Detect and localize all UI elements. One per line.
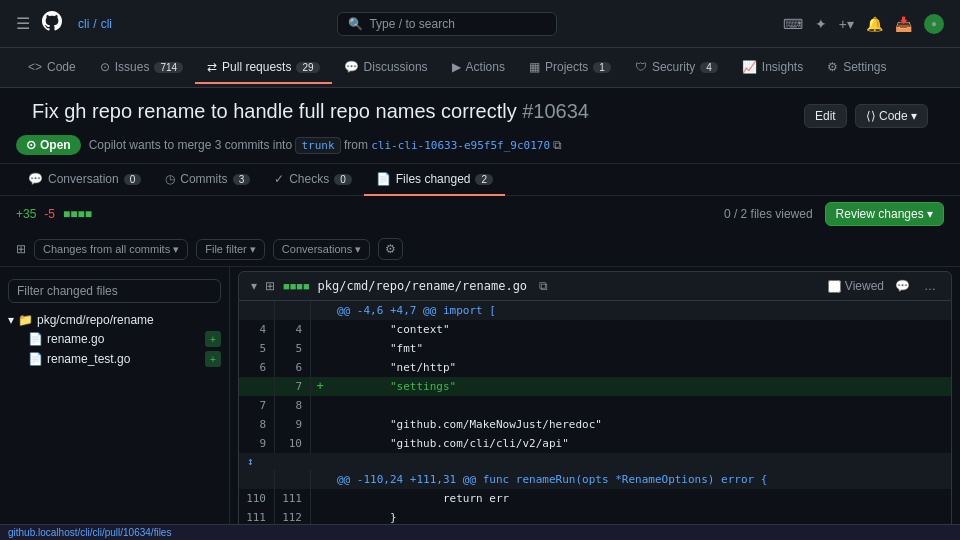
tab-discussions-label: Discussions: [364, 60, 428, 74]
pr-meta-text: Copilot wants to merge 3 commits into tr…: [89, 138, 563, 152]
breadcrumb-repo[interactable]: cli: [101, 17, 112, 31]
settings-icon: ⚙: [827, 60, 838, 74]
target-branch[interactable]: trunk: [295, 137, 340, 154]
nav-search-area: 🔍 Type / to search: [124, 12, 771, 36]
conversations-filter[interactable]: Conversations ▾: [273, 239, 370, 260]
actions-icon: ▶: [452, 60, 461, 74]
open-icon: ⊙: [26, 138, 36, 152]
diff-row: 8 9 "github.com/MakeNowJust/heredoc": [239, 415, 951, 434]
tab-conversation[interactable]: 💬 Conversation 0: [16, 164, 153, 196]
tree-folder-rename[interactable]: ▾ 📁 pkg/cmd/repo/rename: [0, 311, 229, 329]
search-icon: 🔍: [348, 17, 363, 31]
inbox-icon[interactable]: 📥: [895, 16, 912, 32]
tab-issues[interactable]: ⊙ Issues 714: [88, 52, 195, 84]
diff-row: 7 8: [239, 396, 951, 415]
tab-code[interactable]: <> Code: [16, 52, 88, 84]
terminal-icon[interactable]: ⌨: [783, 16, 803, 32]
breadcrumb: cli / cli: [78, 17, 112, 31]
tree-file-rename-test-go[interactable]: 📄 rename_test.go +: [0, 349, 229, 369]
diff-stat-area: +35 -5 ■■■■: [16, 207, 92, 221]
pr-title: Fix gh repo rename to handle full repo n…: [32, 100, 589, 123]
files-badge: 2: [475, 174, 493, 185]
comment-button[interactable]: 💬: [892, 278, 913, 294]
tab-files-changed[interactable]: 📄 Files changed 2: [364, 164, 505, 196]
copilot-icon[interactable]: ✦: [815, 16, 827, 32]
source-branch[interactable]: cli-cli-10633-e95f5f_9c0170: [371, 139, 550, 152]
status-bar: github.localhost/cli/cli/pull/10634/file…: [0, 524, 960, 540]
file-tree: ▾ 📁 pkg/cmd/repo/rename 📄 rename.go + 📄 …: [0, 267, 230, 540]
diff-row: 110 111 return err: [239, 489, 951, 508]
avatar[interactable]: ●: [924, 14, 944, 34]
tab-commits[interactable]: ◷ Commits 3: [153, 164, 262, 196]
tab-insights[interactable]: 📈 Insights: [730, 52, 815, 84]
add-menu[interactable]: +▾: [839, 16, 854, 32]
breadcrumb-sep: /: [93, 17, 96, 31]
copy-icon[interactable]: ⧉: [553, 138, 562, 152]
diff-hunk-2: @@ -110,24 +111,31 @@ func renameRun(opt…: [239, 470, 951, 489]
tab-pr-label: Pull requests: [222, 60, 291, 74]
insights-icon: 📈: [742, 60, 757, 74]
diff-expand-icon[interactable]: ⊞: [265, 279, 275, 293]
filter-files-input[interactable]: [8, 279, 221, 303]
notifications-icon[interactable]: 🔔: [866, 16, 883, 32]
diff-table: @@ -4,6 +4,7 @@ import [ 4 4 "context" 5…: [238, 301, 952, 540]
diff-hunk-1: @@ -4,6 +4,7 @@ import [: [239, 301, 951, 320]
pr-icon: ⇄: [207, 60, 217, 74]
edit-button[interactable]: Edit: [804, 104, 847, 128]
pr-status-badge: ⊙ Open: [16, 135, 81, 155]
tab-projects[interactable]: ▦ Projects 1: [517, 52, 623, 84]
breadcrumb-org[interactable]: cli: [78, 17, 89, 31]
main-content: ▾ 📁 pkg/cmd/repo/rename 📄 rename.go + 📄 …: [0, 267, 960, 540]
tab-checks[interactable]: ✓ Checks 0: [262, 164, 364, 196]
additions-stat: +35: [16, 207, 36, 221]
folder-collapse-icon: ▾: [8, 313, 14, 327]
hamburger-icon[interactable]: ☰: [16, 14, 30, 33]
tab-actions[interactable]: ▶ Actions: [440, 52, 517, 84]
nav-actions: ⌨ ✦ +▾ 🔔 📥 ●: [783, 14, 944, 34]
pr-header-buttons: Edit ⟨⟩ Code ▾: [804, 104, 928, 128]
code-button[interactable]: ⟨⟩ Code ▾: [855, 104, 928, 128]
tab-security[interactable]: 🛡 Security 4: [623, 52, 730, 84]
expand-all-icon[interactable]: ⊞: [16, 242, 26, 256]
projects-badge: 1: [593, 62, 611, 73]
file-actions: Viewed 💬 …: [828, 278, 939, 294]
file-test-add-badge: +: [205, 351, 221, 367]
pr-header: Fix gh repo rename to handle full repo n…: [0, 88, 960, 164]
file-collapse-icon[interactable]: ▾: [251, 279, 257, 293]
security-badge: 4: [700, 62, 718, 73]
folder-icon: 📁: [18, 313, 33, 327]
more-actions-button[interactable]: …: [921, 278, 939, 294]
diff-row: 9 10 "github.com/cli/cli/v2/api": [239, 434, 951, 453]
changes-from-filter[interactable]: Changes from all commits ▾: [34, 239, 188, 260]
diff-controls: 0 / 2 files viewed Review changes ▾: [724, 202, 944, 226]
diff-header-bar: +35 -5 ■■■■ 0 / 2 files viewed Review ch…: [0, 196, 960, 232]
viewed-checkbox[interactable]: [828, 280, 841, 293]
tab-settings-label: Settings: [843, 60, 886, 74]
checks-icon: ✓: [274, 172, 284, 186]
file-test-name: rename_test.go: [47, 352, 130, 366]
commits-icon: ◷: [165, 172, 175, 186]
tab-pull-requests[interactable]: ⇄ Pull requests 29: [195, 52, 332, 84]
tab-discussions[interactable]: 💬 Discussions: [332, 52, 440, 84]
diff-row-added: 7 + "settings": [239, 377, 951, 396]
issues-icon: ⊙: [100, 60, 110, 74]
code-icon: <>: [28, 60, 42, 74]
search-placeholder: Type / to search: [369, 17, 454, 31]
pr-badge: 29: [296, 62, 319, 73]
tab-projects-label: Projects: [545, 60, 588, 74]
search-box[interactable]: 🔍 Type / to search: [337, 12, 557, 36]
pr-number: #10634: [522, 100, 589, 122]
diff-expand[interactable]: ↕: [239, 453, 951, 470]
tab-settings[interactable]: ⚙ Settings: [815, 52, 898, 84]
copy-path-icon[interactable]: ⧉: [539, 279, 548, 293]
viewed-label[interactable]: Viewed: [828, 279, 884, 293]
checks-badge: 0: [334, 174, 352, 185]
diff-blocks: ■■■■: [63, 207, 92, 221]
diff-row: 6 6 "net/http": [239, 358, 951, 377]
tree-file-rename-go[interactable]: 📄 rename.go +: [0, 329, 229, 349]
diff-file-header: ▾ ⊞ ■■■■ pkg/cmd/repo/rename/rename.go ⧉…: [238, 271, 952, 301]
review-changes-button[interactable]: Review changes ▾: [825, 202, 944, 226]
viewed-count: 0 / 2 files viewed: [724, 207, 813, 221]
file-filter[interactable]: File filter ▾: [196, 239, 265, 260]
diff-settings-button[interactable]: ⚙: [378, 238, 403, 260]
